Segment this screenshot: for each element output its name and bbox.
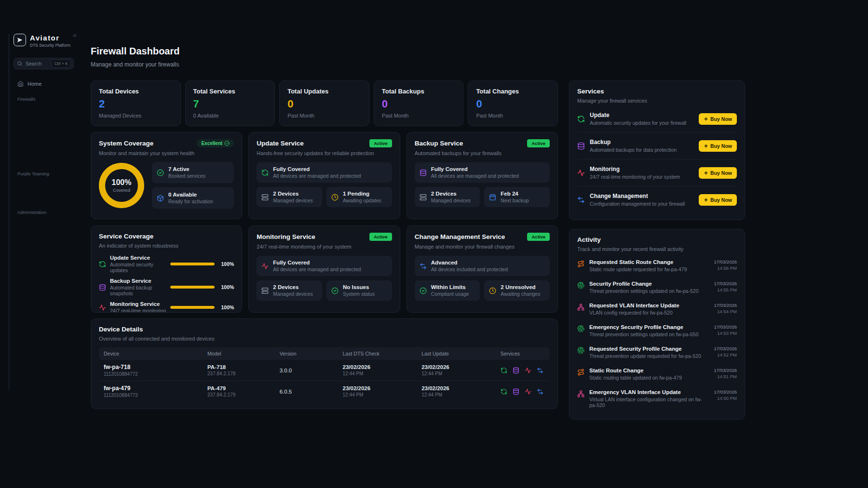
progress-bar <box>170 286 215 289</box>
backup-service-card: Backup Service Active Automated backups … <box>407 132 558 219</box>
stat-sub: Managed Devices <box>99 113 173 119</box>
tile-sub: Booked services <box>168 173 205 179</box>
nav-section-label: Firewalls <box>14 96 78 102</box>
refresh-icon <box>261 169 269 176</box>
device-service-icons <box>501 367 545 374</box>
stat-label: Total Changes <box>476 88 550 95</box>
status-badge: Active <box>369 233 392 241</box>
stat-value: 0 <box>382 98 456 110</box>
sidebar-collapse-icon[interactable] <box>72 33 78 39</box>
activity-item: Requested Security Profile Change Threat… <box>577 342 737 363</box>
progress-bar <box>170 306 215 309</box>
sidebar-item[interactable] <box>14 105 74 116</box>
service-name: Monitoring <box>590 166 694 172</box>
route-icon <box>577 369 584 376</box>
server-icon <box>261 194 269 201</box>
panel-subtitle: Manage your firewall services <box>577 98 737 104</box>
progress-fill <box>170 286 215 289</box>
sidebar-sections: Firewalls <box>14 96 78 229</box>
card-subtitle: Monitor and maintain your system health <box>99 150 234 156</box>
activity-icon <box>261 263 269 270</box>
last-update-time: 12:44 PM <box>421 392 491 397</box>
stat-tile: 7 Active Booked services <box>152 162 234 183</box>
sidebar-item[interactable] <box>14 218 74 229</box>
stat-label: Total Services <box>193 88 267 95</box>
stat-value: 0 <box>287 98 361 110</box>
search-placeholder: Search <box>26 61 49 66</box>
tile-label: Fully Covered <box>431 166 519 172</box>
services-panel: Services Manage your firewall services U… <box>569 80 745 220</box>
card-title: Device Details <box>99 326 550 333</box>
monitoring-service-card: Monitoring Service Active 24/7 real-time… <box>248 225 400 313</box>
service-name: Backup <box>590 139 694 145</box>
activity-title: Static Route Change <box>589 368 709 373</box>
tile-label: 2 Devices <box>431 191 471 197</box>
activity-title: Requested VLAN Interface Update <box>589 303 709 308</box>
activity-description: Static route update requested for fw-pa-… <box>589 266 709 272</box>
service-row: Update Automatic security updates for yo… <box>577 106 737 132</box>
coverage-label: Monitoring Service <box>110 301 166 307</box>
refresh-icon <box>501 367 507 374</box>
stat-sub: 0 Available <box>193 113 267 119</box>
stat-tile: 2 Devices Managed devices <box>257 280 322 301</box>
tile-label: 7 Active <box>168 166 205 172</box>
stat-value: 0 <box>476 98 550 110</box>
search-input[interactable]: Search Ctrl + K <box>14 58 74 69</box>
update-service-card: Update Service Active Hands-free securit… <box>248 132 400 219</box>
buy-now-button[interactable]: Buy Now <box>699 113 737 125</box>
buy-now-button[interactable]: Buy Now <box>699 140 737 152</box>
tile-label: 2 Devices <box>273 284 312 290</box>
sidebar-item-home[interactable]: Home <box>14 78 74 89</box>
activity-item: Requested Static Route Change Static rou… <box>577 255 737 277</box>
database-icon <box>513 367 519 374</box>
sidebar-item[interactable] <box>14 129 74 140</box>
activity-description: Threat prevention settings updated on fw… <box>589 331 709 337</box>
device-ip: 237.84.2.178 <box>207 371 270 376</box>
tile-sub: All devices included and protected <box>431 266 508 272</box>
tile-sub: Compliant usage <box>431 291 469 297</box>
tile-sub: All devices are managed and protected <box>273 173 361 179</box>
card-subtitle: Overview of all connected and monitored … <box>99 336 550 342</box>
stat-card: Total Changes 0 Past Month <box>468 80 558 126</box>
sidebar-item[interactable] <box>14 179 74 190</box>
activity-description: Virtual LAN interface configuration chan… <box>589 396 709 408</box>
tile-sub: Awaiting updates <box>343 198 381 203</box>
main-content: Firewall Dashboard Manage and monitor yo… <box>91 46 745 420</box>
buy-now-label: Buy Now <box>710 116 732 122</box>
database-icon <box>577 142 585 150</box>
nav-section: Purple Teaming <box>14 171 78 202</box>
nav-section: Firewalls <box>14 96 78 164</box>
sidebar-item[interactable] <box>14 141 74 152</box>
buy-now-button[interactable]: Buy Now <box>699 194 737 206</box>
tile-sub: Managed devices <box>273 198 312 203</box>
table-row: fw-pa-479 1112010884773 PA-479 237.84.2.… <box>99 381 550 402</box>
app-logo <box>14 34 26 46</box>
refresh-icon <box>501 388 507 395</box>
system-coverage-card: System Coverage Excellent Monitor and ma… <box>91 132 242 219</box>
last-update-date: 23/02/2026 <box>421 385 491 391</box>
service-row: Backup Automated backups for data protec… <box>577 132 737 159</box>
fingerprint-icon <box>577 347 584 354</box>
sidebar-item[interactable] <box>14 153 74 164</box>
tile-label: Advanced <box>431 260 508 265</box>
last-check-time: 12:44 PM <box>343 392 412 397</box>
nav-section: Administration <box>14 210 78 229</box>
tile-label: Feb 24 <box>501 191 529 197</box>
panel-title: Services <box>577 88 737 95</box>
change-icon <box>537 388 543 395</box>
activity-item: Requested VLAN Interface Update VLAN con… <box>577 298 737 320</box>
change-icon <box>537 367 543 374</box>
activity-date: 17/03/2026 <box>714 346 737 351</box>
column-header: Services <box>496 347 550 360</box>
service-description: Automatic security updates for your fire… <box>590 120 694 126</box>
stat-label: Total Backups <box>382 88 456 95</box>
tile-sub: All devices are managed and protected <box>273 266 361 272</box>
activity-time: 14:53 PM <box>714 330 737 336</box>
activity-title: Security Profile Change <box>589 281 709 287</box>
service-row: Monitoring 24/7 real-time monitoring of … <box>577 159 737 186</box>
sidebar-item[interactable] <box>14 191 74 202</box>
buy-now-button[interactable]: Buy Now <box>699 167 737 179</box>
activity-icon <box>525 388 531 395</box>
sidebar-item[interactable] <box>14 117 74 128</box>
activity-icon <box>577 169 585 177</box>
